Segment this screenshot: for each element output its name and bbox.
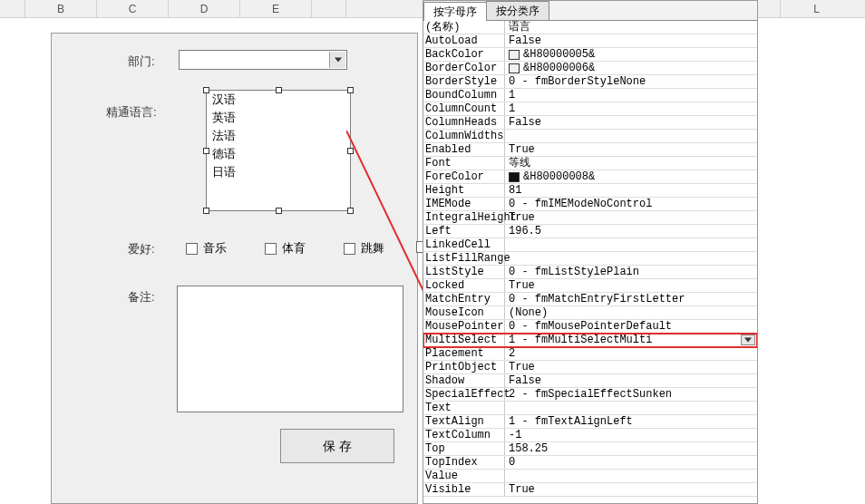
resize-handle-nw[interactable]	[203, 87, 209, 93]
property-value[interactable]: False	[505, 34, 757, 47]
property-value[interactable]: &H80000005&	[505, 48, 757, 61]
checkbox-sport[interactable]: 体育	[265, 240, 306, 257]
property-value[interactable]: 158.25	[505, 442, 757, 455]
properties-list[interactable]: (名称)语言AutoLoadFalseBackColor&H80000005&B…	[423, 21, 757, 503]
property-value[interactable]: True	[505, 211, 757, 224]
list-item[interactable]: 英语	[207, 109, 350, 127]
property-row-IntegralHeight[interactable]: IntegralHeightTrue	[423, 211, 757, 225]
property-value[interactable]	[505, 130, 757, 142]
property-value[interactable]: 81	[505, 184, 757, 197]
property-row-ListStyle[interactable]: ListStyle0 - fmListStylePlain	[423, 266, 757, 279]
property-row-TextColumn[interactable]: TextColumn-1	[423, 429, 757, 442]
property-value[interactable]: False	[505, 374, 757, 387]
property-row-Locked[interactable]: LockedTrue	[423, 279, 757, 293]
property-value[interactable]: False	[505, 116, 757, 129]
property-value[interactable]	[505, 238, 757, 251]
property-value[interactable]: 196.5	[505, 225, 757, 237]
property-value[interactable]: 0 - fmMousePointerDefault	[505, 320, 757, 333]
property-row-[interactable]: (名称)语言	[423, 21, 757, 34]
property-row-BorderColor[interactable]: BorderColor&H80000006&	[423, 62, 757, 75]
checkbox-box[interactable]	[344, 243, 355, 255]
property-value[interactable]: 0 - fmBorderStyleNone	[505, 75, 757, 88]
property-row-ForeColor[interactable]: ForeColor&H80000008&	[423, 170, 757, 184]
list-item[interactable]: 法语	[207, 127, 350, 145]
resize-handle-sw[interactable]	[203, 208, 209, 214]
property-row-TextAlign[interactable]: TextAlign1 - fmTextAlignLeft	[423, 415, 757, 429]
property-row-IMEMode[interactable]: IMEMode0 - fmIMEModeNoControl	[423, 198, 757, 211]
languages-listbox[interactable]: 汉语 英语 法语 德语 日语	[206, 90, 351, 211]
property-value[interactable]: 等线	[505, 157, 757, 170]
property-value[interactable]: 1	[505, 89, 757, 102]
property-row-MatchEntry[interactable]: MatchEntry0 - fmMatchEntryFirstLetter	[423, 293, 757, 306]
property-row-MultiSelect[interactable]: MultiSelect1 - fmMultiSelectMulti	[423, 334, 757, 347]
property-value[interactable]: 2	[505, 347, 757, 360]
property-value[interactable]: (None)	[505, 306, 757, 319]
col-L[interactable]: L	[781, 0, 852, 17]
property-value[interactable]	[505, 252, 757, 265]
property-row-ColumnCount[interactable]: ColumnCount1	[423, 102, 757, 116]
resize-handle-ne[interactable]	[347, 87, 354, 93]
property-row-ListFillRange[interactable]: ListFillRange	[423, 252, 757, 266]
save-button[interactable]: 保 存	[280, 429, 394, 463]
property-row-BorderStyle[interactable]: BorderStyle0 - fmBorderStyleNone	[423, 75, 757, 89]
property-row-SpecialEffect[interactable]: SpecialEffect2 - fmSpecialEffectSunken	[423, 388, 757, 402]
list-item[interactable]: 汉语	[207, 91, 350, 109]
property-value[interactable]	[505, 470, 757, 482]
property-value[interactable]: 语言	[505, 21, 757, 34]
col-C[interactable]: C	[97, 0, 169, 17]
property-value[interactable]: &H80000008&	[505, 170, 757, 183]
property-value[interactable]: -1	[505, 429, 757, 441]
property-value[interactable]: 0 - fmListStylePlain	[505, 266, 757, 278]
list-item[interactable]: 德语	[207, 145, 350, 163]
property-value[interactable]: 2 - fmSpecialEffectSunken	[505, 388, 757, 401]
property-row-Placement[interactable]: Placement2	[423, 347, 757, 361]
property-value[interactable]: True	[505, 483, 757, 496]
property-value[interactable]: True	[505, 143, 757, 156]
department-combo[interactable]	[179, 50, 347, 70]
property-row-BackColor[interactable]: BackColor&H80000005&	[423, 48, 757, 62]
property-row-Shadow[interactable]: ShadowFalse	[423, 374, 757, 388]
tab-alphabetical[interactable]: 按字母序	[423, 2, 487, 21]
resize-handle-s[interactable]	[276, 208, 282, 214]
property-value[interactable]: 1 - fmTextAlignLeft	[505, 415, 757, 428]
checkbox-music[interactable]: 音乐	[186, 240, 227, 257]
resize-handle-w[interactable]	[203, 148, 209, 154]
property-value[interactable]	[505, 402, 757, 414]
property-row-AutoLoad[interactable]: AutoLoadFalse	[423, 34, 757, 48]
property-value[interactable]: 0	[505, 456, 757, 469]
property-row-LinkedCell[interactable]: LinkedCell	[423, 238, 757, 252]
resize-handle-e[interactable]	[347, 148, 354, 154]
remarks-textarea[interactable]	[177, 286, 403, 412]
property-row-Value[interactable]: Value	[423, 470, 757, 483]
checkbox-dance[interactable]: 跳舞	[344, 240, 384, 257]
property-value[interactable]: 0 - fmIMEModeNoControl	[505, 198, 757, 210]
property-value[interactable]: True	[505, 279, 757, 292]
property-row-TopIndex[interactable]: TopIndex0	[423, 456, 757, 470]
resize-handle-se[interactable]	[347, 208, 354, 214]
property-row-Font[interactable]: Font等线	[423, 157, 757, 170]
property-row-MousePointer[interactable]: MousePointer0 - fmMousePointerDefault	[423, 320, 757, 334]
property-row-ColumnHeads[interactable]: ColumnHeadsFalse	[423, 116, 757, 130]
tab-categorized[interactable]: 按分类序	[486, 1, 549, 20]
property-row-PrintObject[interactable]: PrintObjectTrue	[423, 361, 757, 374]
property-row-MouseIcon[interactable]: MouseIcon(None)	[423, 306, 757, 320]
chevron-down-icon[interactable]	[741, 334, 755, 345]
property-row-Left[interactable]: Left196.5	[423, 225, 757, 238]
property-row-Enabled[interactable]: EnabledTrue	[423, 143, 757, 157]
property-row-BoundColumn[interactable]: BoundColumn1	[423, 89, 757, 102]
property-value[interactable]: 0 - fmMatchEntryFirstLetter	[505, 293, 757, 305]
property-row-Visible[interactable]: VisibleTrue	[423, 483, 757, 497]
property-row-ColumnWidths[interactable]: ColumnWidths	[423, 130, 757, 143]
col-E[interactable]: E	[240, 0, 312, 17]
property-row-Height[interactable]: Height81	[423, 184, 757, 198]
property-value[interactable]: 1 - fmMultiSelectMulti	[505, 334, 757, 346]
checkbox-box[interactable]	[265, 243, 277, 255]
property-row-Top[interactable]: Top158.25	[423, 442, 757, 456]
property-row-Text[interactable]: Text	[423, 402, 757, 415]
col-B[interactable]: B	[25, 0, 97, 17]
property-value[interactable]: 1	[505, 102, 757, 115]
chevron-down-icon[interactable]	[329, 52, 345, 68]
resize-handle-n[interactable]	[276, 87, 282, 93]
checkbox-box[interactable]	[186, 243, 198, 255]
property-value[interactable]: &H80000006&	[505, 62, 757, 74]
